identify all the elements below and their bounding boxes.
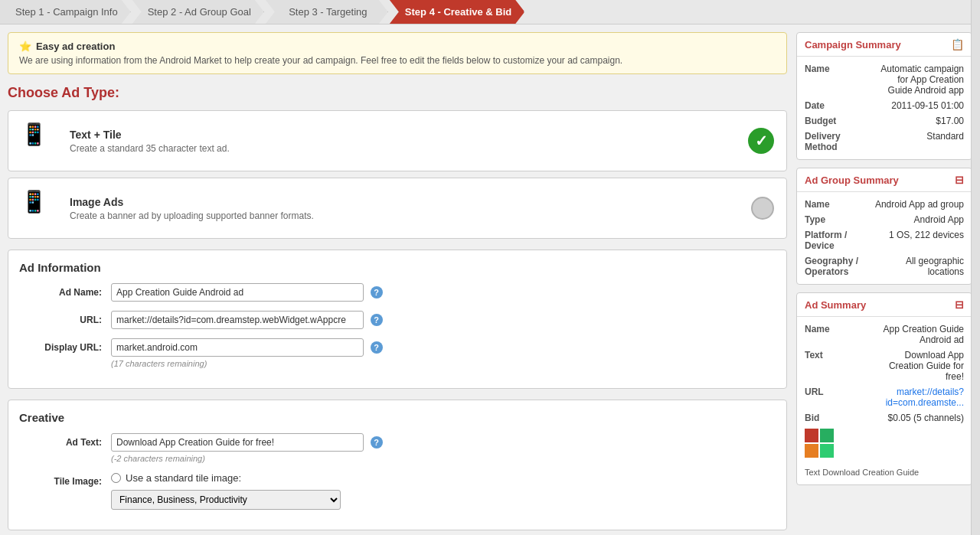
ad-text-input[interactable] [111,433,364,452]
text-tile-desc: Create a standard 35 character text ad. [70,143,230,154]
steps-bar: Step 1 - Campaign Info Step 2 - Ad Group… [0,0,980,24]
svg-rect-1 [820,429,834,442]
image-ads-device-icon: 📱 [21,189,59,227]
banner-star-icon: ⭐ [19,41,31,52]
campaign-name-val: Automatic campaign for App Creation Guid… [874,64,964,96]
ad-group-row-name: Name Android App ad group [797,197,972,212]
ad-summary-title: Ad Summary ⊟ [797,293,972,317]
ag-type-val: Android App [874,214,964,225]
campaign-date-val: 2011-09-15 01:00 [874,100,964,111]
ad-summary-row-text: Text Download App Creation Guide for fre… [797,347,972,384]
ad-information-box: Ad Information Ad Name: ? URL: ? [8,250,787,389]
ad-summary-title-text: Ad Summary [805,299,866,311]
tile-image-dropdown[interactable]: Finance, Business, Productivity [111,490,341,510]
left-panel: ⭐ Easy ad creation We are using informat… [8,32,787,535]
right-panel: Campaign Summary 📋 Name Automatic campai… [796,32,972,535]
step-2[interactable]: Step 2 - Ad Group Goal [132,0,264,24]
ad-group-row-type: Type Android App [797,212,972,227]
ad-type-text-tile[interactable]: 📱 Text + Tile Create a standard 35 chara… [8,110,787,171]
campaign-budget-val: $17.00 [874,116,964,126]
campaign-name-key: Name [805,64,874,96]
ad-bid-val: $0.05 (5 channels) [874,413,964,423]
creative-box: Creative Ad Text: ? (-2 characters remai… [8,400,787,530]
ad-name-val: App Creation Guide Android ad [874,324,964,345]
text-tile-radio[interactable]: ✓ [748,128,774,154]
campaign-summary-row-delivery: Delivery Method Standard [797,129,972,155]
url-input[interactable] [111,311,364,329]
svg-rect-3 [820,444,834,458]
url-label: URL: [19,311,111,325]
campaign-summary-row-budget: Budget $17.00 [797,113,972,129]
tile-image-row: Tile Image: Use a standard tile image: F… [19,472,776,510]
ad-name-input[interactable] [111,283,364,302]
step-3[interactable]: Step 3 - Targeting [266,0,388,24]
ag-geo-key: Geography / Operators [805,256,874,277]
display-url-help-icon[interactable]: ? [371,341,383,354]
campaign-delivery-key: Delivery Method [805,131,874,152]
url-help-icon[interactable]: ? [371,314,383,326]
ad-summary-table: Name App Creation Guide Android ad Text … [797,317,972,484]
step-4[interactable]: Step 4 - Creative & Bid [390,0,524,24]
image-ads-radio[interactable] [751,197,774,220]
ad-group-row-geo: Geography / Operators All geographic loc… [797,253,972,279]
tile-colors-wrap [797,426,972,465]
step-1[interactable]: Step 1 - Campaign Info [0,0,131,24]
ad-text-row: Ad Text: ? (-2 characters remaining) [19,433,776,463]
ad-text-hint: (-2 characters remaining) [111,454,776,463]
ad-summary-icon: ⊟ [955,298,964,311]
banner-title: ⭐ Easy ad creation [19,41,776,52]
text-download-guide: Text Download Creation Guide [797,465,972,480]
display-url-input[interactable] [111,338,364,357]
tile-image-radio-label: Use a standard tile image: [126,472,241,484]
svg-rect-2 [805,444,818,458]
choose-ad-type-title: Choose Ad Type: [8,85,787,101]
ad-url-val[interactable]: market://details?id=com.dreamste... [874,387,964,408]
tile-colors-svg [805,429,835,459]
ad-type-image-ads[interactable]: 📱 Image Ads Create a banner ad by upload… [8,178,787,239]
tile-image-radio-option[interactable]: Use a standard tile image: [111,472,776,484]
image-ads-desc: Create a banner ad by uploading supporte… [70,210,314,221]
svg-rect-0 [805,429,818,442]
display-url-input-wrap: ? (17 characters remaining) [111,338,776,368]
ad-group-summary-icon: ⊟ [955,174,964,186]
url-row: URL: ? [19,311,776,329]
check-circle-icon: ✓ [748,128,774,154]
campaign-summary-title-text: Campaign Summary [805,39,901,51]
ad-text-help-icon[interactable]: ? [371,436,383,449]
display-url-hint: (17 characters remaining) [111,359,776,368]
ad-summary-row-name: Name App Creation Guide Android ad [797,321,972,347]
ad-name-help-icon[interactable]: ? [371,286,383,298]
ag-platform-val: 1 OS, 212 devices [874,230,964,251]
ad-group-summary-table: Name Android App ad group Type Android A… [797,192,972,284]
tile-image-label: Tile Image: [19,472,111,487]
ad-url-key: URL [805,387,874,408]
ad-group-row-platform: Platform / Device 1 OS, 212 devices [797,227,972,253]
step-4-label: Step 4 - Creative & Bid [405,6,511,18]
ad-name-row: Ad Name: ? [19,283,776,302]
ad-summary-row-url: URL market://details?id=com.dreamste... [797,384,972,410]
creative-content: Creative Ad Text: ? (-2 characters remai… [8,400,786,530]
text-tile-device-icon: 📱 [21,122,59,160]
ad-name-input-wrap: ? [111,283,776,302]
ag-platform-key: Platform / Device [805,230,874,251]
ad-group-summary-box: Ad Group Summary ⊟ Name Android App ad g… [796,168,972,285]
scrollbar[interactable] [971,0,980,535]
tile-image-radio[interactable] [111,473,121,483]
tile-dropdown-wrap: Finance, Business, Productivity [111,490,776,510]
display-url-label: Display URL: [19,338,111,353]
campaign-budget-key: Budget [805,116,874,126]
campaign-summary-title: Campaign Summary 📋 [797,33,972,57]
image-ads-card-text: Image Ads Create a banner ad by uploadin… [70,196,314,221]
ad-group-summary-title: Ad Group Summary ⊟ [797,168,972,192]
campaign-summary-row-date: Date 2011-09-15 01:00 [797,98,972,113]
main-container: ⭐ Easy ad creation We are using informat… [0,32,980,535]
easy-ad-banner: ⭐ Easy ad creation We are using informat… [8,32,787,74]
banner-title-text: Easy ad creation [36,41,115,52]
ad-text-input-wrap: ? (-2 characters remaining) [111,433,776,463]
ag-name-val: Android App ad group [874,199,964,210]
tile-image-content: Use a standard tile image: Finance, Busi… [111,472,776,510]
banner-description: We are using information from the Androi… [19,55,622,66]
ad-text-label: Ad Text: [19,433,111,448]
ad-text-key: Text [805,350,874,382]
step-1-label: Step 1 - Campaign Info [15,6,118,18]
